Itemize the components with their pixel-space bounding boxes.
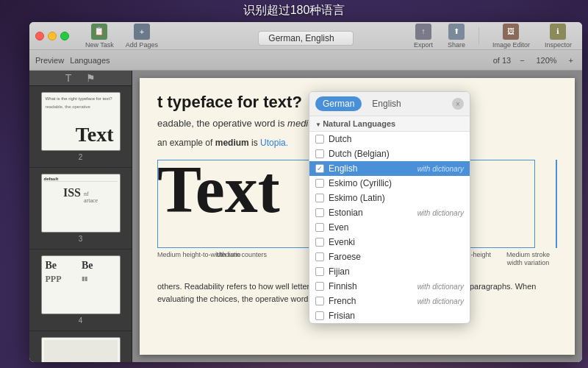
- lang-label-english: English: [329, 163, 357, 174]
- thumb-2-large-text: Text: [76, 123, 114, 146]
- image-editor-label: Image Editor: [492, 41, 530, 49]
- lang-item-eskimo-cyrillic[interactable]: Eskimo (Cyrillic): [309, 176, 470, 191]
- image-editor-button[interactable]: 🖼 Image Editor: [488, 22, 534, 50]
- lang-checkbox-estonian: [315, 208, 324, 217]
- languages-label: Languages: [70, 56, 110, 65]
- content-area: T ⚑ What is the right typeface for text?…: [29, 71, 582, 362]
- lang-label-fijian: Fijian: [329, 266, 350, 277]
- share-label: Share: [448, 41, 465, 49]
- new-task-icon: 📋: [91, 24, 107, 40]
- toolbar-right: ↑ Export ⬆ Share 🖼 Image Editor ℹ Inspec…: [409, 22, 576, 50]
- toolbar-left: 📋 New Task + Add Pages: [81, 22, 162, 50]
- lang-item-english[interactable]: ✓ English with dictionary: [309, 161, 470, 176]
- secondary-toolbar: Preview Languages of 13 − 120% +: [29, 50, 582, 71]
- page-num-2: 2: [35, 153, 126, 161]
- doc-medium-word: medium: [215, 138, 249, 148]
- lang-item-fijian[interactable]: Fijian: [309, 264, 470, 279]
- lang-item-dutch-belgian[interactable]: Dutch (Belgian): [309, 146, 470, 161]
- image-editor-icon: 🖼: [503, 24, 519, 40]
- page-thumb-img-2: What is the right typeface for text? rea…: [41, 92, 121, 151]
- lang-item-eskimo-latin[interactable]: Eskimo (Latin): [309, 191, 470, 205]
- lang-checkbox-eskimo-cyrillic: [315, 179, 324, 188]
- lang-label-dutch-belgian: Dutch (Belgian): [329, 149, 390, 159]
- lang-tab-german[interactable]: German: [315, 96, 362, 111]
- titlebar: 📋 New Task + Add Pages Untitled German, …: [29, 22, 582, 50]
- page-thumb-2[interactable]: What is the right typeface for text? rea…: [29, 86, 132, 168]
- lang-dropdown-close[interactable]: ×: [452, 98, 464, 110]
- lang-item-french[interactable]: French with dictionary: [309, 294, 470, 308]
- top-banner: 识别超过180种语言: [0, 0, 588, 21]
- export-button[interactable]: ↑ Export: [409, 22, 437, 50]
- sidebar-toolbar: T ⚑: [29, 71, 132, 86]
- add-pages-button[interactable]: + Add Pages: [121, 22, 162, 50]
- lang-label-french: French: [329, 296, 356, 306]
- lang-checkbox-eskimo-latin: [315, 194, 324, 202]
- main-window: 📋 New Task + Add Pages Untitled German, …: [29, 22, 582, 362]
- sidebar-flag-icon[interactable]: ⚑: [83, 71, 98, 85]
- zoom-plus[interactable]: +: [566, 56, 576, 65]
- maximize-button[interactable]: [60, 32, 69, 40]
- new-task-button[interactable]: 📋 New Task: [81, 22, 118, 50]
- lang-tab-english[interactable]: English: [365, 96, 408, 111]
- lang-label-dutch: Dutch: [329, 134, 351, 144]
- lang-checkbox-finnish: [315, 282, 324, 291]
- lang-label-eskimo-cyrillic: Eskimo (Cyrillic): [329, 178, 392, 188]
- preview-label: Preview: [35, 56, 64, 65]
- lang-item-dutch[interactable]: Dutch: [309, 132, 470, 146]
- lang-checkbox-dutch: [315, 135, 324, 144]
- lang-item-estonian[interactable]: Estonian with dictionary: [309, 205, 470, 220]
- sidebar-text-icon[interactable]: T: [62, 71, 75, 85]
- close-button[interactable]: [35, 32, 44, 40]
- new-task-label: New Task: [85, 41, 114, 49]
- add-pages-label: Add Pages: [126, 41, 158, 49]
- lang-section-natural: Natural Languages: [309, 116, 470, 132]
- inspector-icon: ℹ: [550, 24, 566, 40]
- lang-item-even[interactable]: Even: [309, 220, 470, 235]
- lang-checkbox-evenki: [315, 238, 324, 247]
- page-num-4: 4: [35, 316, 126, 325]
- page-thumb-img-5: dbqpabg: [41, 337, 121, 362]
- lang-label-faroese: Faroese: [329, 252, 361, 262]
- traffic-lights: [35, 32, 69, 40]
- medium-height-label: Medium height-to-width ratio: [157, 251, 241, 258]
- lang-checkbox-faroese: [315, 252, 324, 261]
- lang-checkbox-english: ✓: [315, 164, 324, 173]
- lang-item-faroese[interactable]: Faroese: [309, 250, 470, 264]
- sidebar: T ⚑ What is the right typeface for text?…: [29, 71, 132, 362]
- utopia-link[interactable]: Utopia.: [260, 138, 288, 148]
- lang-label-even: Even: [329, 222, 348, 233]
- lang-label-finnish: Finnish: [329, 281, 357, 291]
- minimize-button[interactable]: [48, 32, 57, 40]
- language-selector[interactable]: German, English: [258, 31, 354, 46]
- language-dropdown: German English × Natural Languages Dutch: [309, 91, 470, 324]
- share-icon: ⬆: [448, 24, 465, 40]
- page-num-3: 3: [35, 235, 126, 243]
- inspector-label: Inspector: [545, 41, 572, 49]
- lang-label-eskimo-latin: Eskimo (Latin): [329, 193, 385, 203]
- lang-checkbox-frisian: [315, 311, 324, 320]
- add-pages-icon: +: [134, 24, 150, 40]
- lang-checkbox-fijian: [315, 267, 324, 276]
- lang-item-frisian[interactable]: Frisian: [309, 308, 470, 323]
- medium-stroke-label: Medium strokewidth variation: [506, 251, 550, 266]
- lang-dropdown-header: German English ×: [309, 92, 470, 116]
- page-count: of 13: [493, 56, 511, 65]
- lang-checkbox-even: [315, 223, 324, 232]
- page-thumb-3[interactable]: default ISS nfartace 3: [29, 168, 132, 250]
- lang-label-frisian: Frisian: [329, 311, 355, 321]
- lang-label-estonian: Estonian: [329, 208, 363, 218]
- page-thumb-5[interactable]: dbqpabg 5: [29, 331, 132, 362]
- document-area: t typeface for text? eadable, the operat…: [132, 71, 582, 362]
- page-thumb-img-4: Be Be PPP ▮▮: [41, 255, 121, 314]
- page-thumb-4[interactable]: Be Be PPP ▮▮ 4: [29, 250, 132, 331]
- export-icon: ↑: [415, 24, 431, 40]
- lang-item-finnish[interactable]: Finnish with dictionary: [309, 279, 470, 294]
- banner-text: 识别超过180种语言: [243, 3, 345, 18]
- lang-item-evenki[interactable]: Evenki: [309, 235, 470, 250]
- share-button[interactable]: ⬆ Share: [443, 22, 470, 50]
- zoom-level: 120%: [534, 56, 560, 65]
- lang-label-evenki: Evenki: [329, 237, 355, 247]
- inspector-button[interactable]: ℹ Inspector: [540, 22, 576, 50]
- zoom-minus[interactable]: −: [517, 56, 527, 65]
- export-label: Export: [414, 41, 433, 49]
